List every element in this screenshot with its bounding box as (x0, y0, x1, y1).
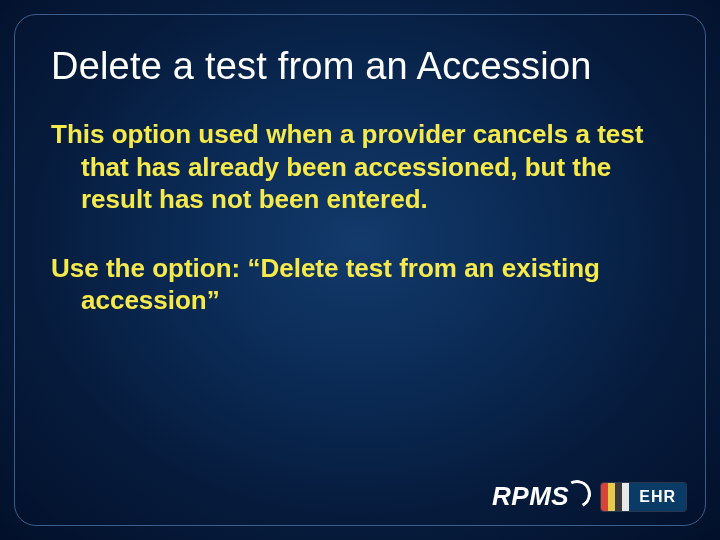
rpms-text: RPMS (492, 481, 569, 512)
paragraph-2-text: Use the option: “Delete test from an exi… (51, 252, 669, 317)
paragraph-2: Use the option: “Delete test from an exi… (51, 252, 669, 317)
paragraph-1: This option used when a provider cancels… (51, 118, 669, 216)
footer-logo: RPMS EHR (492, 481, 686, 512)
rpms-logo: RPMS (492, 481, 591, 512)
ehr-color-bars-icon (601, 483, 629, 511)
slide: Delete a test from an Accession This opt… (0, 0, 720, 540)
slide-body: This option used when a provider cancels… (51, 118, 669, 317)
ehr-badge: EHR (601, 483, 686, 511)
ehr-text: EHR (629, 483, 686, 511)
slide-frame: Delete a test from an Accession This opt… (14, 14, 706, 526)
slide-title: Delete a test from an Accession (51, 45, 669, 88)
paragraph-1-text: This option used when a provider cancels… (51, 118, 669, 216)
